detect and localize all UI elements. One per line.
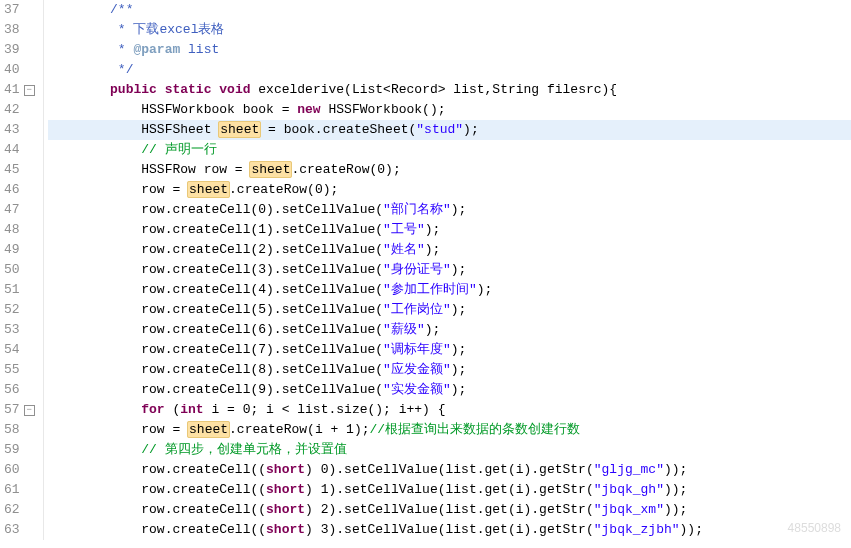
line-number[interactable]: 58	[4, 420, 35, 440]
line-number[interactable]: 40	[4, 60, 35, 80]
code-line[interactable]: row.createCell((short) 2).setCellValue(l…	[48, 500, 851, 520]
occurrence-highlight: sheet	[187, 421, 230, 438]
line-number[interactable]: 39	[4, 40, 35, 60]
line-number[interactable]: 49	[4, 240, 35, 260]
line-number[interactable]: 50	[4, 260, 35, 280]
line-number[interactable]: 42	[4, 100, 35, 120]
code-line[interactable]: row = sheet.createRow(0);	[48, 180, 851, 200]
code-editor[interactable]: /** * 下载excel表格 * @param list */ public …	[44, 0, 851, 540]
occurrence-highlight: sheet	[218, 121, 261, 138]
code-line[interactable]: row.createCell(9).setCellValue("实发金额");	[48, 380, 851, 400]
code-line[interactable]: row.createCell(7).setCellValue("调标年度");	[48, 340, 851, 360]
line-number[interactable]: 60	[4, 460, 35, 480]
code-line[interactable]: HSSFSheet sheet = book.createSheet("stud…	[48, 120, 851, 140]
line-number[interactable]: 53	[4, 320, 35, 340]
code-line[interactable]: row.createCell(2).setCellValue("姓名");	[48, 240, 851, 260]
code-line[interactable]: row.createCell((short) 1).setCellValue(l…	[48, 480, 851, 500]
code-line[interactable]: // 第四步，创建单元格，并设置值	[48, 440, 851, 460]
code-line[interactable]: public static void excelderive(List<Reco…	[48, 80, 851, 100]
line-number[interactable]: 52	[4, 300, 35, 320]
line-number[interactable]: 48	[4, 220, 35, 240]
code-line[interactable]: * 下载excel表格	[48, 20, 851, 40]
line-number[interactable]: 61	[4, 480, 35, 500]
code-line[interactable]: row.createCell(6).setCellValue("薪级");	[48, 320, 851, 340]
line-number[interactable]: 63	[4, 520, 35, 540]
fold-minus-icon[interactable]: −	[24, 85, 35, 96]
code-line[interactable]: row.createCell(5).setCellValue("工作岗位");	[48, 300, 851, 320]
code-line[interactable]: row = sheet.createRow(i + 1);//根据查询出来数据的…	[48, 420, 851, 440]
line-number[interactable]: 62	[4, 500, 35, 520]
code-line[interactable]: row.createCell(1).setCellValue("工号");	[48, 220, 851, 240]
line-number[interactable]: 51	[4, 280, 35, 300]
line-number[interactable]: 57−	[4, 400, 35, 420]
line-number[interactable]: 43	[4, 120, 35, 140]
code-line[interactable]: /**	[48, 0, 851, 20]
code-line[interactable]: HSSFRow row = sheet.createRow(0);	[48, 160, 851, 180]
code-line[interactable]: * @param list	[48, 40, 851, 60]
code-line[interactable]: HSSFWorkbook book = new HSSFWorkbook();	[48, 100, 851, 120]
line-number[interactable]: 47	[4, 200, 35, 220]
fold-minus-icon[interactable]: −	[24, 405, 35, 416]
code-line[interactable]: for (int i = 0; i < list.size(); i++) {	[48, 400, 851, 420]
line-number[interactable]: 44	[4, 140, 35, 160]
code-line[interactable]: row.createCell((short) 3).setCellValue(l…	[48, 520, 851, 540]
watermark: 48550898	[788, 518, 841, 538]
occurrence-highlight: sheet	[249, 161, 292, 178]
line-number[interactable]: 55	[4, 360, 35, 380]
line-number[interactable]: 41−	[4, 80, 35, 100]
line-number[interactable]: 45	[4, 160, 35, 180]
code-line[interactable]: */	[48, 60, 851, 80]
line-number[interactable]: 46	[4, 180, 35, 200]
code-line[interactable]: // 声明一行	[48, 140, 851, 160]
line-number[interactable]: 38	[4, 20, 35, 40]
line-number[interactable]: 56	[4, 380, 35, 400]
occurrence-highlight: sheet	[187, 181, 230, 198]
code-line[interactable]: row.createCell((short) 0).setCellValue(l…	[48, 460, 851, 480]
code-line[interactable]: row.createCell(8).setCellValue("应发金额");	[48, 360, 851, 380]
line-number[interactable]: 59	[4, 440, 35, 460]
code-line[interactable]: row.createCell(4).setCellValue("参加工作时间")…	[48, 280, 851, 300]
code-line[interactable]: row.createCell(3).setCellValue("身份证号");	[48, 260, 851, 280]
line-number[interactable]: 37	[4, 0, 35, 20]
line-number-gutter: 3738394041−42434445464748495051525354555…	[0, 0, 44, 540]
line-number[interactable]: 54	[4, 340, 35, 360]
code-line[interactable]: row.createCell(0).setCellValue("部门名称");	[48, 200, 851, 220]
